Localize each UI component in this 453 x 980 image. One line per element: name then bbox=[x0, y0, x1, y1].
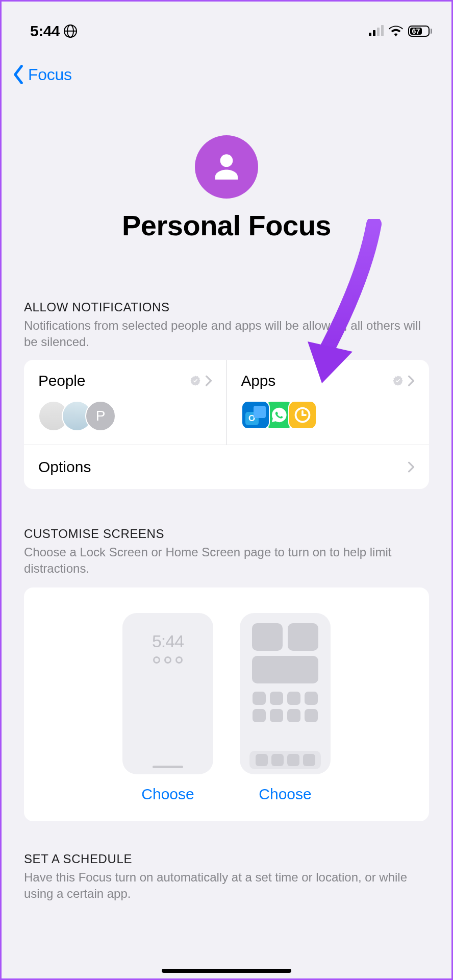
status-bar: 5:44 67 bbox=[2, 16, 451, 46]
clock-icon bbox=[288, 401, 317, 429]
home-screen-preview[interactable] bbox=[240, 613, 331, 774]
allow-notifications-section: ALLOW NOTIFICATIONS Notifications from s… bbox=[2, 300, 451, 351]
nav-back-label: Focus bbox=[28, 65, 72, 84]
schedule-description: Have this Focus turn on automatically at… bbox=[24, 869, 429, 902]
status-time: 5:44 bbox=[30, 22, 60, 40]
people-cell[interactable]: People P bbox=[24, 360, 227, 445]
allow-header: ALLOW NOTIFICATIONS bbox=[24, 300, 429, 314]
schedule-section: SET A SCHEDULE Have this Focus turn on a… bbox=[2, 852, 451, 923]
options-label: Options bbox=[38, 458, 91, 476]
screens-card: 5:44 Choose Choose bbox=[24, 587, 429, 821]
focus-hero-icon bbox=[195, 135, 258, 199]
customise-header: CUSTOMISE SCREENS bbox=[24, 527, 429, 541]
people-avatars: P bbox=[38, 401, 212, 431]
status-right: 67 bbox=[369, 26, 432, 37]
globe-icon bbox=[64, 24, 77, 38]
verified-badge-icon bbox=[190, 375, 201, 386]
battery-icon: 67 bbox=[408, 26, 432, 37]
chevron-right-icon bbox=[205, 375, 212, 386]
customise-description: Choose a Lock Screen or Home Screen page… bbox=[24, 544, 429, 577]
chevron-right-icon bbox=[408, 461, 415, 473]
battery-percent: 67 bbox=[410, 28, 422, 35]
apps-icons bbox=[241, 401, 415, 429]
apps-cell[interactable]: Apps bbox=[227, 360, 430, 445]
person-icon bbox=[210, 150, 243, 184]
customise-screens-section: CUSTOMISE SCREENS Choose a Lock Screen o… bbox=[2, 527, 451, 577]
allow-description: Notifications from selected people and a… bbox=[24, 317, 429, 351]
home-indicator-icon bbox=[153, 766, 183, 768]
options-row[interactable]: Options bbox=[24, 445, 429, 489]
schedule-header: SET A SCHEDULE bbox=[24, 852, 429, 866]
choose-lock-button[interactable]: Choose bbox=[141, 786, 194, 803]
avatar-more: P bbox=[85, 401, 116, 431]
lock-screen-preview[interactable]: 5:44 bbox=[122, 613, 213, 774]
chevron-left-icon bbox=[11, 65, 26, 84]
choose-home-button[interactable]: Choose bbox=[259, 786, 311, 803]
verified-badge-icon bbox=[392, 375, 404, 386]
lock-screen-col: 5:44 Choose bbox=[122, 613, 213, 803]
nav-back[interactable]: Focus bbox=[2, 46, 451, 84]
lock-screen-dots bbox=[153, 656, 183, 664]
wifi-icon bbox=[389, 26, 403, 37]
chevron-right-icon bbox=[408, 375, 415, 386]
focus-hero: Personal Focus bbox=[2, 84, 451, 242]
home-indicator-icon bbox=[162, 969, 291, 973]
people-label: People bbox=[38, 372, 85, 389]
lock-screen-time: 5:44 bbox=[152, 631, 184, 651]
dock-icon bbox=[249, 751, 321, 769]
outlook-icon bbox=[241, 401, 270, 429]
cellular-icon bbox=[369, 26, 384, 36]
allow-card: People P Apps bbox=[24, 360, 429, 489]
home-screen-col: Choose bbox=[240, 613, 331, 803]
focus-title: Personal Focus bbox=[2, 209, 451, 242]
apps-label: Apps bbox=[241, 372, 276, 389]
status-left: 5:44 bbox=[30, 22, 77, 40]
